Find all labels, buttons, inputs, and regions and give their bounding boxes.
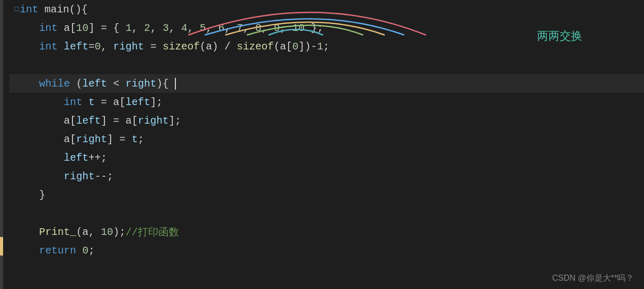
code-line-1: □int main(){ [9,0,644,19]
code-editor: □int main(){ int a[10] = { 1, 2, 3, 4, 5… [0,0,644,289]
code-line-12 [9,204,644,223]
collapse-icon[interactable]: □ [14,5,19,13]
code-line-7: a[left] = a[right]; [9,111,644,130]
code-line-9: left++; [9,148,644,167]
code-line-4 [9,56,644,74]
code-line-13: Print_(a, 10);//打印函数 [9,223,644,241]
watermark: CSDN @你是大**吗？ [552,273,634,284]
code-line-14: return 0; [9,241,644,260]
annotation-label: 两两交换 [537,28,582,44]
code-line-8: a[right] = t; [9,130,644,148]
code-line-10: right--; [9,167,644,185]
code-line-5: while (left < right){ [9,74,644,93]
keyword-int: int [20,4,38,15]
code-line-11: } [9,185,644,204]
code-line-6: int t = a[left]; [9,93,644,111]
yellow-indicator [0,237,3,256]
